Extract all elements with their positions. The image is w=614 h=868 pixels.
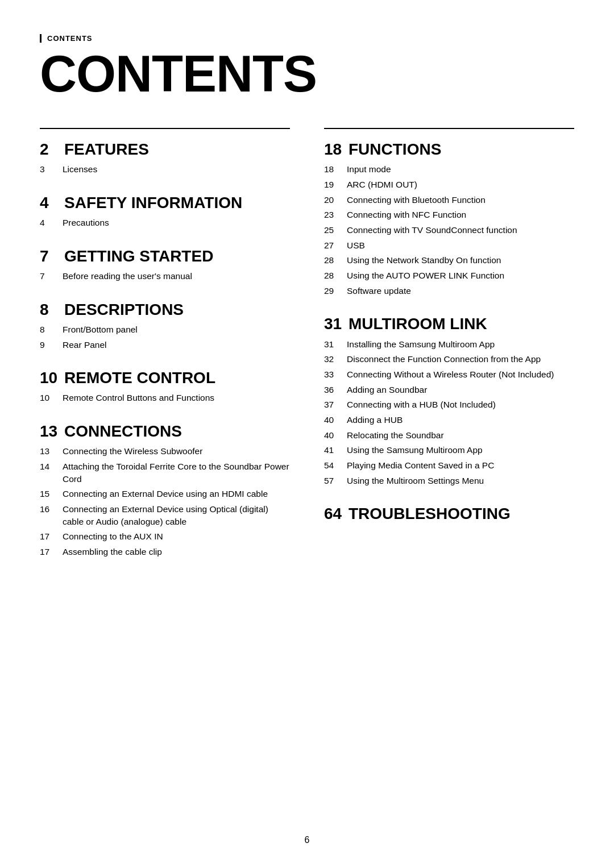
item-number: 41 <box>324 444 340 456</box>
section-descriptions-number: 8 <box>40 301 60 319</box>
section-functions: 18 FUNCTIONS 18 Input mode 19 ARC (HDMI … <box>324 140 574 297</box>
list-item: 32 Disconnect the Function Connection fr… <box>324 353 574 366</box>
list-item: 17 Assembling the cable clip <box>40 546 290 558</box>
list-item: 40 Adding a HUB <box>324 414 574 426</box>
item-text: Adding a HUB <box>347 414 574 426</box>
section-safety-heading: 4 SAFETY INFORMATION <box>40 194 290 212</box>
list-item: 25 Connecting with TV SoundConnect funct… <box>324 224 574 236</box>
list-item: 20 Connecting with Bluetooth Function <box>324 194 574 206</box>
item-text: Connecting with a HUB (Not Included) <box>347 398 574 411</box>
list-item: 40 Relocating the Soundbar <box>324 429 574 442</box>
list-item: 7 Before reading the user's manual <box>40 270 290 283</box>
item-text: Connecting the Wireless Subwoofer <box>63 445 290 458</box>
item-number: 27 <box>324 239 340 252</box>
list-item: 4 Precautions <box>40 217 290 229</box>
item-number: 20 <box>324 194 340 206</box>
item-number: 17 <box>40 530 56 543</box>
item-text: Attaching the Toroidal Ferrite Core to t… <box>63 460 290 485</box>
item-text: Using the Samsung Multiroom App <box>347 444 574 456</box>
section-safety: 4 SAFETY INFORMATION 4 Precautions <box>40 194 290 229</box>
item-text: Front/Bottom panel <box>63 323 290 336</box>
section-connections-number: 13 <box>40 422 60 441</box>
item-text: Before reading the user's manual <box>63 270 290 283</box>
section-descriptions-heading: 8 DESCRIPTIONS <box>40 301 290 319</box>
list-item: 41 Using the Samsung Multiroom App <box>324 444 574 456</box>
item-number: 57 <box>324 475 340 487</box>
item-number: 9 <box>40 339 56 351</box>
item-number: 40 <box>324 414 340 426</box>
item-text: Precautions <box>63 217 290 229</box>
item-number: 7 <box>40 270 56 283</box>
section-connections-heading: 13 CONNECTIONS <box>40 422 290 441</box>
item-text: ARC (HDMI OUT) <box>347 178 574 191</box>
item-text: Remote Control Buttons and Functions <box>63 392 290 404</box>
item-number: 33 <box>324 368 340 381</box>
item-text: Connecting Without a Wireless Router (No… <box>347 368 574 381</box>
item-text: USB <box>347 239 574 252</box>
list-item: 17 Connecting to the AUX IN <box>40 530 290 543</box>
item-number: 28 <box>324 269 340 282</box>
section-remote-control-items: 10 Remote Control Buttons and Functions <box>40 392 290 404</box>
section-getting-started-number: 7 <box>40 247 60 265</box>
section-functions-title: FUNCTIONS <box>349 140 441 159</box>
section-troubleshooting-number: 64 <box>324 505 344 523</box>
item-text: Using the AUTO POWER LINK Function <box>347 269 574 282</box>
section-troubleshooting-heading: 64 TROUBLESHOOTING <box>324 505 574 523</box>
section-functions-number: 18 <box>324 140 344 159</box>
list-item: 10 Remote Control Buttons and Functions <box>40 392 290 404</box>
item-number: 15 <box>40 488 56 500</box>
item-text: Installing the Samsung Multiroom App <box>347 338 574 351</box>
item-text: Software update <box>347 285 574 297</box>
list-item: 14 Attaching the Toroidal Ferrite Core t… <box>40 460 290 485</box>
item-text: Using the Multiroom Settings Menu <box>347 475 574 487</box>
item-number: 19 <box>324 178 340 191</box>
list-item: 27 USB <box>324 239 574 252</box>
page-number: 6 <box>305 835 310 845</box>
item-number: 17 <box>40 546 56 558</box>
top-label: CONTENTS <box>40 34 574 43</box>
list-item: 15 Connecting an External Device using a… <box>40 488 290 500</box>
section-descriptions: 8 DESCRIPTIONS 8 Front/Bottom panel 9 Re… <box>40 301 290 351</box>
item-number: 14 <box>40 460 56 485</box>
section-safety-title: SAFETY INFORMATION <box>64 194 242 212</box>
list-item: 3 Licenses <box>40 163 290 176</box>
section-getting-started: 7 GETTING STARTED 7 Before reading the u… <box>40 247 290 283</box>
section-connections: 13 CONNECTIONS 13 Connecting the Wireles… <box>40 422 290 558</box>
list-item: 33 Connecting Without a Wireless Router … <box>324 368 574 381</box>
item-text: Licenses <box>63 163 290 176</box>
item-number: 32 <box>324 353 340 366</box>
item-number: 36 <box>324 384 340 396</box>
right-column: 18 FUNCTIONS 18 Input mode 19 ARC (HDMI … <box>324 128 574 576</box>
list-item: 18 Input mode <box>324 163 574 176</box>
item-text: Assembling the cable clip <box>63 546 290 558</box>
item-number: 16 <box>40 503 56 528</box>
item-text: Connecting an External Device using Opti… <box>63 503 290 528</box>
item-number: 54 <box>324 459 340 472</box>
section-descriptions-title: DESCRIPTIONS <box>64 301 184 319</box>
section-multiroom-link-items: 31 Installing the Samsung Multiroom App … <box>324 338 574 487</box>
item-text: Connecting with Bluetooth Function <box>347 194 574 206</box>
list-item: 57 Using the Multiroom Settings Menu <box>324 475 574 487</box>
section-getting-started-items: 7 Before reading the user's manual <box>40 270 290 283</box>
item-text: Connecting with TV SoundConnect function <box>347 224 574 236</box>
section-features-items: 3 Licenses <box>40 163 290 176</box>
section-features-title: FEATURES <box>64 140 149 159</box>
section-features-heading: 2 FEATURES <box>40 140 290 159</box>
list-item: 28 Using the AUTO POWER LINK Function <box>324 269 574 282</box>
item-text: Playing Media Content Saved in a PC <box>347 459 574 472</box>
item-number: 13 <box>40 445 56 458</box>
item-number: 8 <box>40 323 56 336</box>
item-text: Connecting to the AUX IN <box>63 530 290 543</box>
section-safety-items: 4 Precautions <box>40 217 290 229</box>
list-item: 13 Connecting the Wireless Subwoofer <box>40 445 290 458</box>
section-connections-title: CONNECTIONS <box>64 422 182 441</box>
item-text: Disconnect the Function Connection from … <box>347 353 574 366</box>
list-item: 31 Installing the Samsung Multiroom App <box>324 338 574 351</box>
section-safety-number: 4 <box>40 194 60 212</box>
list-item: 29 Software update <box>324 285 574 297</box>
section-remote-control: 10 REMOTE CONTROL 10 Remote Control Butt… <box>40 369 290 404</box>
section-remote-control-number: 10 <box>40 369 60 387</box>
list-item: 9 Rear Panel <box>40 339 290 351</box>
list-item: 54 Playing Media Content Saved in a PC <box>324 459 574 472</box>
list-item: 19 ARC (HDMI OUT) <box>324 178 574 191</box>
